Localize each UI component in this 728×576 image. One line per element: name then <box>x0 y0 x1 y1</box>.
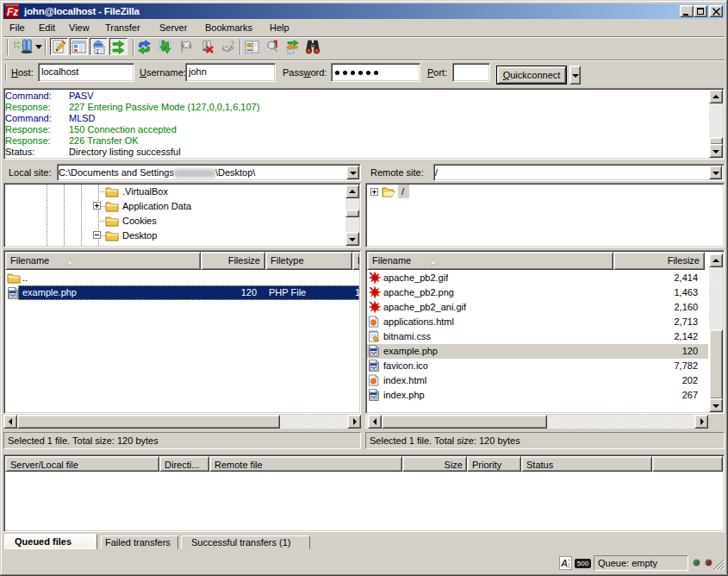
svg-text:Fz: Fz <box>7 6 18 18</box>
